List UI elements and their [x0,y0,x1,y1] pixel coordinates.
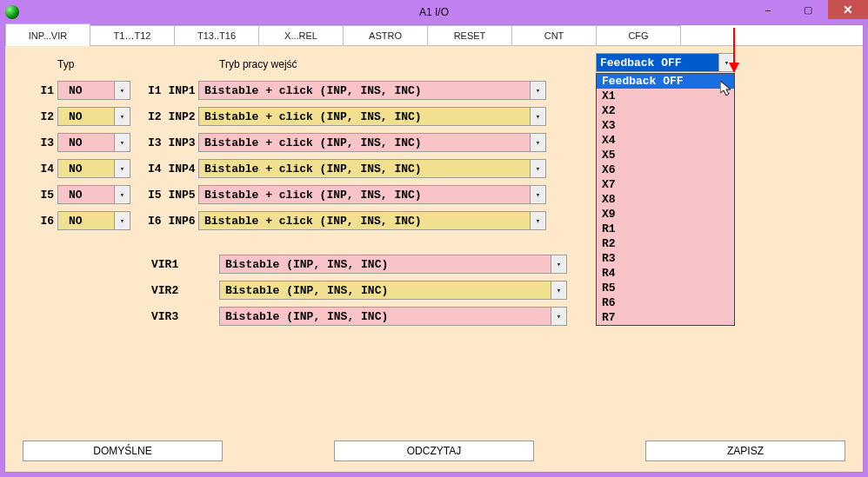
mode-select[interactable]: Bistable + click (INP, INS, INC)▾ [198,81,546,100]
mode-value: Bistable (INP, INS, INC) [225,310,388,323]
chevron-down-icon[interactable]: ▾ [530,212,545,229]
chevron-down-icon[interactable]: ▾ [114,134,130,151]
mode-value: Bistable (INP, INS, INC) [225,258,388,271]
chevron-down-icon[interactable]: ▾ [530,134,545,151]
feedback-selected-value: Feedback OFF [600,56,682,70]
tab-inp-vir[interactable]: INP...VIR [5,23,90,46]
feedback-dropdown-list[interactable]: Feedback OFFX1X2X3X4X5X6X7X8X9R1R2R3R4R5… [596,73,735,326]
feedback-option[interactable]: R5 [597,281,734,295]
tab-cnt[interactable]: CNT [511,25,597,45]
feedback-select[interactable]: Feedback OFF ▾ [596,53,735,72]
typ-value: NO [69,110,83,123]
close-button[interactable]: ✕ [828,0,868,19]
inp-label: I4 INP4 [130,162,198,176]
feedback-option[interactable]: X8 [597,192,734,207]
client-area: INP...VIRT1…T12T13..T16X...RELASTRORESET… [4,24,864,473]
chevron-down-icon[interactable]: ▾ [530,186,545,203]
typ-value: NO [69,215,83,228]
chevron-down-icon[interactable]: ▾ [530,108,545,125]
feedback-option[interactable]: Feedback OFF [597,74,734,89]
feedback-option[interactable]: X1 [597,89,734,103]
feedback-option[interactable]: X2 [597,103,734,118]
typ-value: NO [69,162,83,176]
chevron-down-icon[interactable]: ▾ [114,186,130,203]
titlebar: A1 I/O – ▢ ✕ [0,0,868,24]
typ-select[interactable]: NO▾ [57,185,130,204]
feedback-option[interactable]: X9 [597,207,734,222]
feedback-option[interactable]: X3 [597,118,734,133]
feedback-option[interactable]: R6 [597,295,734,310]
feedback-option[interactable]: X6 [597,162,734,177]
chevron-down-icon[interactable]: ▾ [530,82,545,99]
chevron-down-icon[interactable]: ▾ [551,255,566,273]
input-row: I5NO▾I5 INP5Bistable + click (INP, INS, … [23,182,546,208]
mode-value: Bistable (INP, INS, INC) [225,284,388,297]
inp-label: I2 INP2 [130,110,198,123]
chevron-down-icon[interactable]: ▾ [114,82,130,99]
vir-row: VIR1Bistable (INP, INS, INC)▾ [23,251,567,277]
typ-value: NO [69,84,83,97]
feedback-option[interactable]: X5 [597,148,734,162]
row-i-label: I4 [23,162,57,176]
feedback-option[interactable]: R1 [597,222,734,236]
typ-select[interactable]: NO▾ [57,159,130,178]
mode-select[interactable]: Bistable + click (INP, INS, INC)▾ [198,211,546,230]
feedback-option[interactable]: X7 [597,177,734,192]
col-header-mode: Tryb pracy wejść [219,58,297,70]
mode-value: Bistable + click (INP, INS, INC) [204,84,422,97]
typ-value: NO [69,136,83,149]
inp-label: I6 INP6 [130,215,198,228]
vir-label: VIR3 [151,310,219,323]
mode-select[interactable]: Bistable + click (INP, INS, INC)▾ [198,159,546,178]
vir-mode-select[interactable]: Bistable (INP, INS, INC)▾ [219,307,567,326]
vir-row: VIR2Bistable (INP, INS, INC)▾ [23,277,567,303]
chevron-down-icon[interactable]: ▾ [551,308,566,325]
tab-t1-t12[interactable]: T1…T12 [90,25,175,45]
mode-value: Bistable + click (INP, INS, INC) [204,110,422,123]
typ-select[interactable]: NO▾ [57,107,130,126]
vir-label: VIR1 [151,258,219,271]
tab-x-rel[interactable]: X...REL [258,25,344,45]
mode-value: Bistable + click (INP, INS, INC) [204,136,422,149]
typ-value: NO [69,189,83,202]
feedback-option[interactable]: X4 [597,133,734,148]
input-row: I3NO▾I3 INP3Bistable + click (INP, INS, … [23,129,546,156]
read-button[interactable]: ODCZYTAJ [334,441,534,461]
input-row: I1NO▾I1 INP1Bistable + click (INP, INS, … [23,77,546,103]
mode-value: Bistable + click (INP, INS, INC) [204,162,422,176]
tab-reset[interactable]: RESET [427,25,512,45]
inp-label: I5 INP5 [130,189,198,202]
chevron-down-icon[interactable]: ▾ [718,54,734,71]
window-title: A1 I/O [0,6,868,18]
input-row: I4NO▾I4 INP4Bistable + click (INP, INS, … [23,156,546,182]
chevron-down-icon[interactable]: ▾ [114,212,130,229]
tab-cfg[interactable]: CFG [596,25,681,45]
vir-mode-select[interactable]: Bistable (INP, INS, INC)▾ [219,255,567,274]
chevron-down-icon[interactable]: ▾ [114,108,130,125]
mode-select[interactable]: Bistable + click (INP, INS, INC)▾ [198,185,546,204]
default-button[interactable]: DOMYŚLNE [23,441,223,461]
chevron-down-icon[interactable]: ▾ [114,160,130,177]
vir-mode-select[interactable]: Bistable (INP, INS, INC)▾ [219,281,567,300]
feedback-option[interactable]: R2 [597,236,734,251]
vir-row: VIR3Bistable (INP, INS, INC)▾ [23,303,567,329]
chevron-down-icon[interactable]: ▾ [551,282,566,299]
maximize-button[interactable]: ▢ [788,0,828,19]
typ-select[interactable]: NO▾ [57,133,130,152]
mode-value: Bistable + click (INP, INS, INC) [204,215,422,228]
chevron-down-icon[interactable]: ▾ [530,160,545,177]
tab-t13-t16[interactable]: T13..T16 [174,25,259,45]
save-button[interactable]: ZAPISZ [645,441,845,461]
row-i-label: I1 [23,84,57,97]
row-i-label: I5 [23,189,57,202]
feedback-option[interactable]: R3 [597,251,734,266]
mode-select[interactable]: Bistable + click (INP, INS, INC)▾ [198,133,546,152]
feedback-option[interactable]: R4 [597,266,734,281]
mode-select[interactable]: Bistable + click (INP, INS, INC)▾ [198,107,546,126]
minimize-button[interactable]: – [748,0,788,19]
feedback-option[interactable]: R7 [597,310,734,325]
typ-select[interactable]: NO▾ [57,211,130,230]
row-i-label: I3 [23,136,57,149]
tab-astro[interactable]: ASTRO [343,25,428,45]
typ-select[interactable]: NO▾ [57,81,130,100]
